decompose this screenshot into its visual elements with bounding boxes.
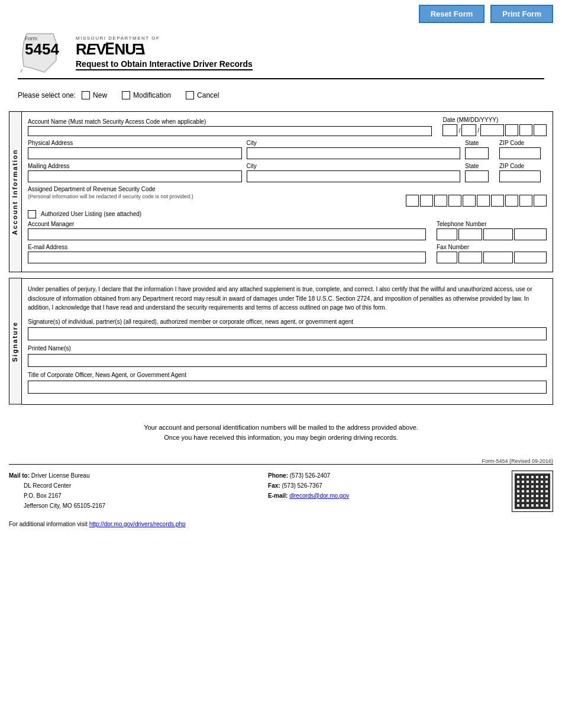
mailing-zip-input[interactable] <box>499 170 541 182</box>
account-manager-input[interactable] <box>28 228 426 240</box>
telephone-group: Telephone Number <box>437 221 547 240</box>
additional-info-link[interactable]: http://dor.mo.gov/drivers/records.php <box>89 521 186 527</box>
account-name-label: Account Name (Must match Security Access… <box>28 118 432 125</box>
physical-city-input[interactable] <box>247 147 461 159</box>
account-info-section: Account Information Account Name (Must m… <box>9 111 553 272</box>
title-label: Title of Corporate Officer, News Agent, … <box>28 372 547 378</box>
tel-area[interactable] <box>437 228 457 240</box>
mailing-city-input[interactable] <box>247 170 461 182</box>
security-code-label: Assigned Department of Revenue Security … <box>28 186 395 192</box>
sec-seg-2[interactable] <box>420 195 433 207</box>
date-dd-input[interactable] <box>461 124 476 136</box>
authorized-user-label: Authorized User Listing (see attached) <box>41 211 141 217</box>
footer-contact-block: Phone: (573) 526-2407 Fax: (573) 526-736… <box>268 471 349 501</box>
checkbox-cancel[interactable]: Cancel <box>186 91 219 99</box>
fax-line[interactable] <box>483 252 513 263</box>
security-code-row: Assigned Department of Revenue Security … <box>28 186 547 207</box>
date-group: Date (MM/DD/YYYY) / / <box>443 117 547 136</box>
physical-state-label: State <box>465 140 495 146</box>
email-footer-label: E-mail: <box>268 492 288 499</box>
date-segments: / / <box>443 124 547 136</box>
mailing-address-group: Mailing Address <box>28 163 242 182</box>
sec-seg-4[interactable] <box>448 195 461 207</box>
printed-names-label: Printed Name(s) <box>28 345 547 352</box>
reset-button[interactable]: Reset Form <box>419 5 485 23</box>
form-header: Form 5454 MISSOURI DEPARTMENT OF REVƎNUE… <box>0 28 562 75</box>
date-mm-input[interactable] <box>443 124 457 136</box>
authorized-checkbox[interactable] <box>28 210 36 218</box>
email-link[interactable]: dlrecords@dor.mo.gov <box>289 492 349 499</box>
mail-line1: Driver License Bureau <box>31 472 90 479</box>
mail-to-label: Mail to: <box>9 472 30 479</box>
physical-city-label: City <box>247 140 461 146</box>
sec-seg-5[interactable] <box>463 195 476 207</box>
account-section-label: Account Information <box>9 111 22 272</box>
fax-group: Fax Number <box>437 244 547 263</box>
additional-info-row: For additional information visit http://… <box>0 518 562 530</box>
mailing-address-input[interactable] <box>28 170 242 182</box>
footer-notice: Your account and personal identification… <box>0 405 562 455</box>
telephone-label: Telephone Number <box>437 221 547 227</box>
sec-seg-3[interactable] <box>434 195 447 207</box>
signature-input[interactable] <box>28 327 547 340</box>
fax-ext[interactable] <box>514 252 547 263</box>
phone-label: Phone: <box>268 472 288 479</box>
perjury-text: Under penalties of perjury, I declare th… <box>28 285 547 313</box>
cancel-checkbox[interactable] <box>186 91 194 99</box>
mailing-address-label: Mailing Address <box>28 163 242 169</box>
date-extra2[interactable] <box>519 124 532 136</box>
fax-prefix[interactable] <box>458 252 482 263</box>
cancel-label: Cancel <box>197 91 219 99</box>
tel-ext[interactable] <box>514 228 547 240</box>
form-number-block: Form 5454 <box>25 36 59 57</box>
modification-checkbox[interactable] <box>122 91 130 99</box>
physical-address-input[interactable] <box>28 147 242 159</box>
mailing-city-label: City <box>247 163 461 169</box>
physical-address-group: Physical Address <box>28 140 242 159</box>
sec-seg-6[interactable] <box>477 195 490 207</box>
form-title: Request to Obtain Interactive Driver Rec… <box>76 59 253 70</box>
sec-seg-1[interactable] <box>406 195 419 207</box>
sig-perjury-row: Signature Under penalties of perjury, I … <box>9 278 553 405</box>
dept-block: MISSOURI DEPARTMENT OF REVƎNUE Request t… <box>76 36 253 70</box>
checkbox-new[interactable]: New <box>82 91 107 99</box>
email-group: E-mail Address <box>28 244 426 263</box>
mailing-city-group: City <box>247 163 461 182</box>
sig-names-label: Signature(s) of individual, partner(s) (… <box>28 318 547 325</box>
mailing-zip-group: ZIP Code <box>499 163 547 182</box>
date-extra3[interactable] <box>534 124 547 136</box>
sec-seg-9[interactable] <box>519 195 532 207</box>
sec-seg-10[interactable] <box>534 195 547 207</box>
checkbox-modification[interactable]: Modification <box>122 91 171 99</box>
date-yyyy-input[interactable] <box>480 124 504 136</box>
signature-section: Signature Under penalties of perjury, I … <box>9 278 553 405</box>
physical-zip-input[interactable] <box>499 147 541 159</box>
dept-name: REVƎNUE <box>76 41 253 58</box>
new-checkbox[interactable] <box>82 91 90 99</box>
print-button[interactable]: Print Form <box>490 5 553 23</box>
mailing-state-group: State <box>465 163 495 182</box>
select-one-row: Please select one: New Modification Canc… <box>0 85 562 105</box>
title-input[interactable] <box>28 381 547 394</box>
email-input[interactable] <box>28 252 426 263</box>
account-name-input[interactable] <box>28 126 432 136</box>
fax-area[interactable] <box>437 252 457 263</box>
mailing-state-label: State <box>465 163 495 169</box>
footer-info-block: Mail to: Driver License Bureau DL Record… <box>0 465 562 518</box>
qr-code <box>512 471 553 512</box>
account-name-date-row: Account Name (Must match Security Access… <box>28 117 547 136</box>
account-manager-label: Account Manager <box>28 221 426 227</box>
sec-seg-8[interactable] <box>505 195 518 207</box>
physical-state-input[interactable] <box>465 147 489 159</box>
date-extra1[interactable] <box>505 124 518 136</box>
tel-line[interactable] <box>483 228 513 240</box>
fax-segments <box>437 252 547 263</box>
security-code-label-block: Assigned Department of Revenue Security … <box>28 186 395 199</box>
sec-seg-7[interactable] <box>491 195 504 207</box>
mailing-state-input[interactable] <box>465 170 489 182</box>
tel-prefix[interactable] <box>458 228 482 240</box>
printed-names-input[interactable] <box>28 354 547 367</box>
new-label: New <box>93 91 107 99</box>
physical-address-label: Physical Address <box>28 140 242 146</box>
mail-line3: P.O. Box 2167 <box>24 492 62 499</box>
